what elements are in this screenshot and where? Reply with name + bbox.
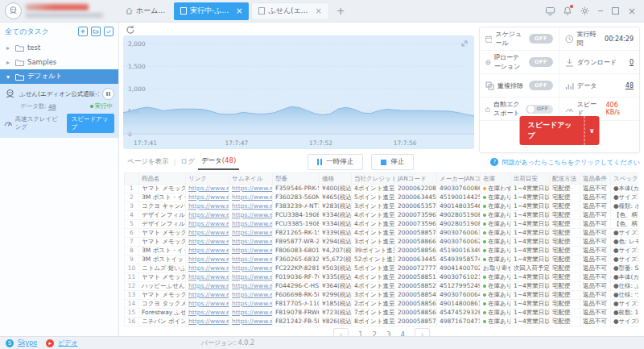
monitor-icon[interactable] <box>546 7 555 15</box>
table-cell[interactable]: https://www.edio... <box>186 193 229 202</box>
table-cell[interactable]: https://www.edio... <box>186 318 229 326</box>
table-cell: 2000063445262 <box>395 256 437 264</box>
table-cell[interactable]: https://www.edio... <box>186 264 229 273</box>
stat-data: データ 48 <box>559 74 639 98</box>
table-cell: 在庫あり <box>481 202 511 211</box>
sidebar-folder-default[interactable]: ▾ デフォルト <box>0 69 118 84</box>
close-tab-icon[interactable]: × <box>236 7 242 15</box>
table-cell: 2000073596862 <box>395 220 437 229</box>
tab-home[interactable]: ホーム... <box>119 2 171 20</box>
folder-label: test <box>27 44 40 52</box>
table-cell[interactable]: https://www.edio... <box>229 211 273 220</box>
minimize-button[interactable]: ─ <box>598 6 603 15</box>
table-cell[interactable]: https://www.edio... <box>229 185 273 193</box>
table-cell[interactable]: https://www.edio... <box>229 220 273 229</box>
data-table: 商品名リンクサムネイル型番価格当社クレジットカJANコードメーカーJANコー在庫… <box>124 172 638 326</box>
table-cell[interactable]: https://www.edio... <box>229 238 273 247</box>
bell-icon[interactable] <box>564 6 572 15</box>
table-cell[interactable]: https://www.edio... <box>229 193 273 202</box>
table-row-index: 13 <box>125 291 139 300</box>
table-cell: F360283-560MC <box>273 193 320 202</box>
tab-fusen-task[interactable]: ふせん(エ... × <box>251 2 328 20</box>
table-cell: 在庫あり <box>481 300 511 309</box>
pause-task-button[interactable] <box>102 88 114 100</box>
table-cell[interactable]: https://www.edio... <box>186 238 229 247</box>
table-cell: F821242-FB-5KP <box>273 318 320 326</box>
video-link[interactable]: ビデオ <box>58 339 78 347</box>
help-link[interactable]: ?問題があったらこちらをクリックしてください <box>490 158 640 167</box>
table-cell: F383239-ﾒ-NT10... <box>273 202 320 211</box>
tab-data[interactable]: データ(48) <box>198 154 239 170</box>
table-cell[interactable]: https://www.edio... <box>186 273 229 282</box>
table-cell: ¥339(税込) <box>320 229 352 238</box>
tab-show-page[interactable]: ページを表示 <box>124 155 172 169</box>
maximize-button[interactable] <box>612 7 619 15</box>
table-cell[interactable]: https://www.edio... <box>229 282 273 291</box>
table-cell[interactable]: https://www.edio... <box>186 185 229 193</box>
speedup-button[interactable]: スピードアップ ∨ <box>520 116 600 145</box>
sidebar-folder-test[interactable]: ▸ test <box>0 40 118 55</box>
new-task-icon[interactable] <box>78 27 88 36</box>
table-cell[interactable]: https://www.edio... <box>229 247 273 256</box>
table-cell[interactable]: https://www.edio... <box>186 247 229 256</box>
tab-log[interactable]: ログ <box>177 155 197 169</box>
expand-chart-icon[interactable] <box>460 39 469 48</box>
table-row: 10ニトムズ 短いふ...https://www.edio...https://… <box>125 264 639 273</box>
table-row: 3コクヨ キャンパ...https://www.edio...https://w… <box>125 202 639 211</box>
table-cell: ¥503(税込) <box>320 264 352 273</box>
sidebar-speedup-button[interactable]: スピードアップ <box>67 114 114 133</box>
ip-rotation-toggle[interactable]: OFF <box>529 57 553 67</box>
table-cell[interactable]: https://www.edio... <box>229 300 273 309</box>
batch-select-icon[interactable] <box>104 27 114 36</box>
task-card[interactable]: ふせん(エディオン公式通販-スクレイピン... データ数: 48 実行中 高速ス… <box>0 84 118 138</box>
table-cell: 在庫あり <box>481 211 511 220</box>
table-cell[interactable]: https://www.edio... <box>229 256 273 264</box>
refresh-icon[interactable] <box>126 25 135 35</box>
download-count-link[interactable]: 0 <box>630 59 634 66</box>
dedup-toggle[interactable]: OFF <box>529 81 553 90</box>
table-cell[interactable]: https://www.edio... <box>186 256 229 264</box>
stop-button[interactable]: 停止 <box>371 154 414 170</box>
sidebar-folder-samples[interactable]: ▸ Samples <box>0 55 118 69</box>
new-folder-icon[interactable] <box>91 27 101 36</box>
table-cell: 宅配便 <box>550 193 580 202</box>
data-count-value[interactable]: 48 <box>48 103 56 110</box>
table-cell: ¥335(税込) <box>320 273 352 282</box>
table-cell[interactable]: https://www.edio... <box>186 282 229 291</box>
close-button[interactable]: × <box>628 6 636 17</box>
tab-running-task[interactable]: 実行中-ふ... × <box>174 2 249 20</box>
table-cell[interactable]: https://www.edio... <box>186 300 229 309</box>
chevron-down-icon[interactable]: ∨ <box>584 127 600 135</box>
table-cell: デザインフィル... <box>139 220 186 229</box>
table-cell[interactable]: https://www.edio... <box>229 309 273 318</box>
table-cell: F044296-C-HSN-... <box>273 282 320 291</box>
close-tab-icon[interactable]: × <box>315 7 321 15</box>
pause-button[interactable]: 一時停止 <box>308 154 363 170</box>
skype-link[interactable]: Skype <box>18 339 37 347</box>
table-cell[interactable]: https://www.edio... <box>186 309 229 318</box>
table-cell[interactable]: https://www.edio... <box>229 202 273 211</box>
table-cell[interactable]: https://www.edio... <box>229 291 273 300</box>
auto-export-switch[interactable]: OFF <box>526 105 553 114</box>
table-cell: Forestway ふせ... <box>139 309 186 318</box>
table-cell: 1~4営業日以... <box>511 309 550 318</box>
table-cell[interactable]: https://www.edio... <box>186 291 229 300</box>
new-tab-button[interactable]: + <box>336 5 345 17</box>
schedule-toggle[interactable]: OFF <box>529 34 553 44</box>
task-status-badge: 実行中 <box>90 102 114 110</box>
gear-icon[interactable] <box>580 6 589 15</box>
table-cell[interactable]: https://www.edio... <box>229 264 273 273</box>
table-row: 1ヤマト メモック...https://www.edio...https://w… <box>125 185 639 193</box>
table-cell: 1~4営業日以... <box>511 282 550 291</box>
table-cell[interactable]: https://www.edio... <box>186 229 229 238</box>
table-cell[interactable]: https://www.edio... <box>229 273 273 282</box>
table-cell[interactable]: https://www.edio... <box>186 220 229 229</box>
data-count-link[interactable]: 48 <box>625 82 634 89</box>
table-cell: コクヨ タックメ... <box>139 300 186 309</box>
column-header: JANコード <box>395 173 437 185</box>
table-cell: 返品不可 <box>580 264 611 273</box>
table-cell[interactable]: https://www.edio... <box>186 202 229 211</box>
table-cell[interactable]: https://www.edio... <box>186 211 229 220</box>
table-cell[interactable]: https://www.edio... <box>229 229 273 238</box>
table-cell[interactable]: https://www.edio... <box>229 318 273 326</box>
